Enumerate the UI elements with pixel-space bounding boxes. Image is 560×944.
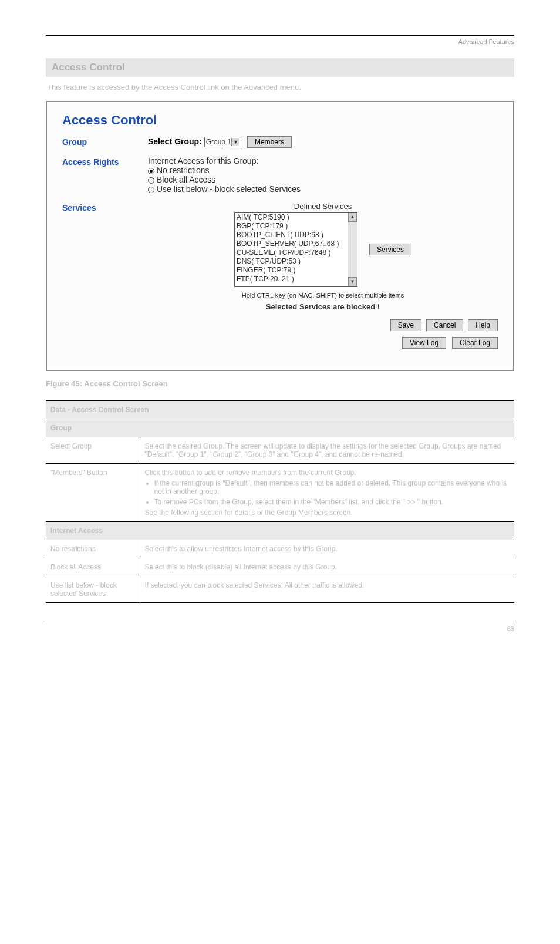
access-rights-section-label: Access Rights	[62, 156, 148, 194]
table-cell: Click this button to add or remove membe…	[140, 464, 514, 522]
table-cell: "Members" Button	[46, 464, 140, 522]
defined-services-label: Defined Services	[148, 202, 498, 211]
scroll-up-icon[interactable]: ▲	[348, 213, 357, 222]
radio-no-restrictions[interactable]	[148, 168, 154, 174]
section-heading: Access Control	[46, 58, 514, 77]
table-cell: Select the desired Group. The screen wil…	[140, 437, 514, 464]
table-section-group: Group	[46, 419, 514, 437]
chevron-down-icon[interactable]: ▼	[231, 138, 239, 146]
services-section-label: Services	[62, 202, 148, 349]
table-cell: No restrictions	[46, 540, 140, 558]
radio-use-list[interactable]	[148, 187, 154, 193]
select-group-label: Select Group:	[148, 137, 202, 146]
data-table: Data - Access Control Screen Group Selec…	[46, 400, 514, 603]
table-cell: Block all Access	[46, 558, 140, 576]
group-select[interactable]: Group 1▼	[204, 137, 241, 148]
access-control-screenshot: Access Control Group Select Group: Group…	[46, 101, 514, 371]
group-section-label: Group	[62, 136, 148, 148]
table-cell: Use list below - block selected Services	[46, 576, 140, 603]
figure-caption: Figure 45: Access Control Screen	[46, 379, 514, 388]
table-cell: Select Group	[46, 437, 140, 464]
clear-log-button[interactable]: Clear Log	[452, 337, 498, 349]
table-section-internet: Internet Access	[46, 522, 514, 540]
services-button[interactable]: Services	[369, 244, 411, 255]
multiselect-hint: Hold CTRL key (on MAC, SHIFT) to select …	[148, 292, 498, 299]
page-number: 63	[507, 625, 514, 632]
blocked-message: Selected Services are blocked !	[148, 302, 498, 311]
intro-text: This feature is accessed by the Access C…	[47, 83, 513, 92]
listbox-scrollbar[interactable]: ▲ ▼	[348, 213, 357, 286]
members-button[interactable]: Members	[247, 136, 292, 148]
radio-block-all[interactable]	[148, 177, 154, 184]
table-cell: Select this to block (disable) all Inter…	[140, 558, 514, 576]
access-rights-intro: Internet Access for this Group:	[148, 156, 498, 166]
screenshot-title: Access Control	[62, 113, 498, 128]
table-cell: Select this to allow unrestricted Intern…	[140, 540, 514, 558]
help-button[interactable]: Help	[468, 319, 498, 331]
table-cell: If selected, you can block selected Serv…	[140, 576, 514, 603]
table-title: Data - Access Control Screen	[46, 400, 514, 419]
scroll-down-icon[interactable]: ▼	[348, 277, 357, 286]
save-button[interactable]: Save	[390, 319, 421, 331]
page-header-right: Advanced Features	[46, 38, 514, 45]
view-log-button[interactable]: View Log	[402, 337, 446, 349]
cancel-button[interactable]: Cancel	[426, 319, 463, 331]
services-listbox[interactable]: AIM( TCP:5190 ) BGP( TCP:179 ) BOOTP_CLI…	[234, 212, 357, 287]
